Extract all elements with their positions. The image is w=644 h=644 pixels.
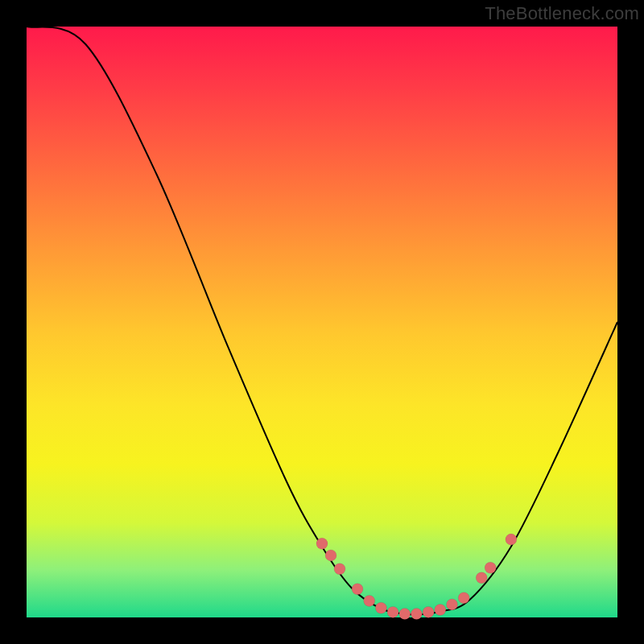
data-point <box>435 605 446 616</box>
data-points-group <box>316 534 517 620</box>
data-point <box>325 550 336 561</box>
data-point <box>334 564 345 575</box>
data-point <box>364 595 375 606</box>
data-point <box>506 534 517 545</box>
chart-overlay-svg <box>0 0 644 644</box>
data-point <box>447 599 458 610</box>
data-point <box>485 562 496 573</box>
data-point <box>423 606 434 617</box>
data-point <box>476 572 487 584</box>
data-point <box>458 592 469 604</box>
data-point <box>399 609 411 620</box>
bottleneck-curve <box>27 27 617 614</box>
data-point <box>352 584 363 595</box>
data-point <box>411 609 422 620</box>
data-point <box>375 602 386 613</box>
data-point <box>316 538 328 549</box>
chart-stage: TheBottleneck.com <box>0 0 644 644</box>
data-point <box>387 606 398 617</box>
